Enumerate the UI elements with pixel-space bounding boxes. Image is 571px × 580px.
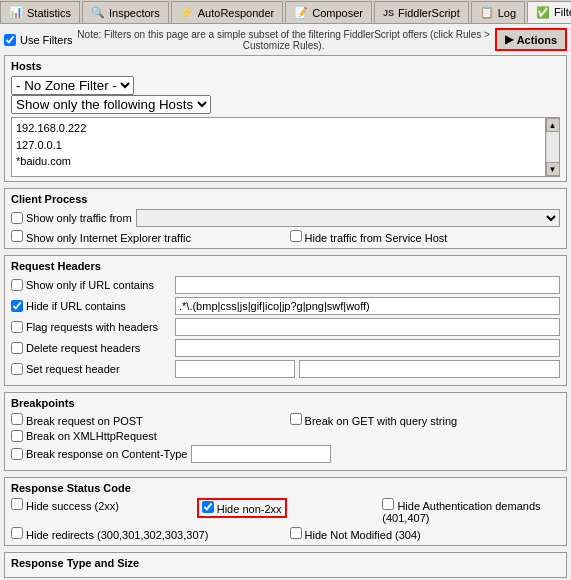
show-url-text: Show only if URL contains xyxy=(26,279,154,291)
show-only-dropdown[interactable]: Show only the following Hosts xyxy=(11,95,211,114)
hide-service-checkbox[interactable] xyxy=(290,230,302,242)
use-filters-checkbox[interactable] xyxy=(4,34,16,46)
hide-non2xx-col: Hide non-2xx xyxy=(197,498,375,524)
delete-headers-checkbox[interactable] xyxy=(11,342,23,354)
show-traffic-text: Show only traffic from xyxy=(26,212,132,224)
statistics-icon: 📊 xyxy=(9,6,23,19)
hide-not-modified-label[interactable]: Hide Not Modified (304) xyxy=(290,529,421,541)
use-filters-text: Use Filters xyxy=(20,34,73,46)
hide-url-label[interactable]: Hide if URL contains xyxy=(11,300,171,312)
hide-auth-label[interactable]: Hide Authentication demands (401,407) xyxy=(382,500,540,524)
hide-url-checkbox[interactable] xyxy=(11,300,23,312)
hide-success-col: Hide success (2xx) xyxy=(11,498,189,524)
tab-filters[interactable]: ✅ Filters xyxy=(527,1,571,23)
breakpoints-title: Breakpoints xyxy=(11,397,560,409)
hide-non2xx-checkbox[interactable] xyxy=(202,501,214,513)
show-traffic-label[interactable]: Show only traffic from xyxy=(11,212,132,224)
actions-button[interactable]: ▶ Actions xyxy=(495,28,567,51)
tab-inspectors[interactable]: 🔍 Inspectors xyxy=(82,1,169,23)
xmlhttp-checkbox[interactable] xyxy=(11,430,23,442)
show-url-label[interactable]: Show only if URL contains xyxy=(11,279,171,291)
hide-non2xx-label[interactable]: Hide non-2xx xyxy=(202,501,282,515)
zone-filter-row: - No Zone Filter - xyxy=(11,76,560,95)
tab-log[interactable]: 📋 Log xyxy=(471,1,525,23)
show-ie-text: Show only Internet Explorer traffic xyxy=(26,232,191,244)
composer-icon: 📝 xyxy=(294,6,308,19)
set-header-text: Set request header xyxy=(26,363,120,375)
hide-not-modified-checkbox[interactable] xyxy=(290,527,302,539)
show-url-checkbox[interactable] xyxy=(11,279,23,291)
breakpoints-section: Breakpoints Break request on POST Break … xyxy=(4,392,567,471)
hide-not-modified-col: Hide Not Modified (304) xyxy=(290,527,561,541)
response-type-section: Response Type and Size xyxy=(4,552,567,578)
content-type-input[interactable] xyxy=(191,445,331,463)
response-status-bottom-row: Hide redirects (300,301,302,303,307) Hid… xyxy=(11,527,560,541)
scroll-down-arrow[interactable]: ▼ xyxy=(546,162,560,176)
content-type-label[interactable]: Break response on Content-Type xyxy=(11,448,187,460)
hide-auth-text: Hide Authentication demands (401,407) xyxy=(382,500,540,524)
get-break-label[interactable]: Break on GET with query string xyxy=(290,415,458,427)
set-header-label[interactable]: Set request header xyxy=(11,363,171,375)
traffic-from-dropdown[interactable] xyxy=(136,209,560,227)
actions-icon: ▶ xyxy=(505,33,513,46)
actions-label: Actions xyxy=(517,34,557,46)
tab-composer-label: Composer xyxy=(312,7,363,19)
host-list-text: 192.168.0.222127.0.0.1*baidu.com xyxy=(12,118,545,172)
breakpoints-top-row: Break request on POST Break on GET with … xyxy=(11,413,560,427)
request-headers-section: Request Headers Show only if URL contain… xyxy=(4,255,567,386)
show-only-row: Show only the following Hosts xyxy=(11,95,560,114)
content-type-checkbox[interactable] xyxy=(11,448,23,460)
show-traffic-checkbox[interactable] xyxy=(11,212,23,224)
fiddlerscript-icon: JS xyxy=(383,8,394,18)
show-url-input[interactable] xyxy=(175,276,560,294)
flag-headers-checkbox[interactable] xyxy=(11,321,23,333)
post-break-col: Break request on POST xyxy=(11,413,282,427)
scroll-up-arrow[interactable]: ▲ xyxy=(546,118,560,132)
tab-bar: 📊 Statistics 🔍 Inspectors ⚡ AutoResponde… xyxy=(0,0,571,24)
hide-service-label[interactable]: Hide traffic from Service Host xyxy=(290,232,448,244)
response-type-title: Response Type and Size xyxy=(11,557,560,569)
hide-non2xx-text: Hide non-2xx xyxy=(217,503,282,515)
content-type-row: Break response on Content-Type xyxy=(11,445,560,463)
tab-autoresponder-label: AutoResponder xyxy=(198,7,274,19)
ie-service-row: Show only Internet Explorer traffic Hide… xyxy=(11,230,560,244)
post-break-checkbox[interactable] xyxy=(11,413,23,425)
tab-autoresponder[interactable]: ⚡ AutoResponder xyxy=(171,1,283,23)
log-icon: 📋 xyxy=(480,6,494,19)
post-break-label[interactable]: Break request on POST xyxy=(11,415,143,427)
response-status-title: Response Status Code xyxy=(11,482,560,494)
hide-non2xx-box: Hide non-2xx xyxy=(197,498,287,518)
show-ie-label[interactable]: Show only Internet Explorer traffic xyxy=(11,232,191,244)
request-headers-title: Request Headers xyxy=(11,260,560,272)
hide-redirects-label[interactable]: Hide redirects (300,301,302,303,307) xyxy=(11,529,208,541)
show-ie-checkbox[interactable] xyxy=(11,230,23,242)
tab-composer[interactable]: 📝 Composer xyxy=(285,1,372,23)
host-list-container: 192.168.0.222127.0.0.1*baidu.com ▲ ▼ xyxy=(11,117,560,177)
scrollbar[interactable]: ▲ ▼ xyxy=(545,118,559,176)
delete-headers-label[interactable]: Delete request headers xyxy=(11,342,171,354)
set-header-name-input[interactable] xyxy=(175,360,295,378)
hide-redirects-checkbox[interactable] xyxy=(11,527,23,539)
flag-headers-label[interactable]: Flag requests with headers xyxy=(11,321,171,333)
content-type-text: Break response on Content-Type xyxy=(26,448,187,460)
tab-fiddlerscript[interactable]: JS FiddlerScript xyxy=(374,1,469,23)
get-break-checkbox[interactable] xyxy=(290,413,302,425)
flag-headers-input[interactable] xyxy=(175,318,560,336)
hide-auth-checkbox[interactable] xyxy=(382,498,394,510)
xmlhttp-label[interactable]: Break on XMLHttpRequest xyxy=(11,430,157,442)
hide-url-input[interactable] xyxy=(175,297,560,315)
hide-url-row: Hide if URL contains xyxy=(11,297,560,315)
hide-success-checkbox[interactable] xyxy=(11,498,23,510)
client-process-title: Client Process xyxy=(11,193,560,205)
hide-redirects-col: Hide redirects (300,301,302,303,307) xyxy=(11,527,282,541)
zone-filter-dropdown[interactable]: - No Zone Filter - xyxy=(11,76,134,95)
response-status-section: Response Status Code Hide success (2xx) … xyxy=(4,477,567,546)
hide-success-label[interactable]: Hide success (2xx) xyxy=(11,500,119,512)
flag-headers-text: Flag requests with headers xyxy=(26,321,158,333)
use-filters-label[interactable]: Use Filters xyxy=(4,34,73,46)
filters-info-text: Note: Filters on this page are a simple … xyxy=(77,29,491,51)
delete-headers-input[interactable] xyxy=(175,339,560,357)
set-header-value-input[interactable] xyxy=(299,360,560,378)
tab-statistics[interactable]: 📊 Statistics xyxy=(0,1,80,23)
set-header-checkbox[interactable] xyxy=(11,363,23,375)
